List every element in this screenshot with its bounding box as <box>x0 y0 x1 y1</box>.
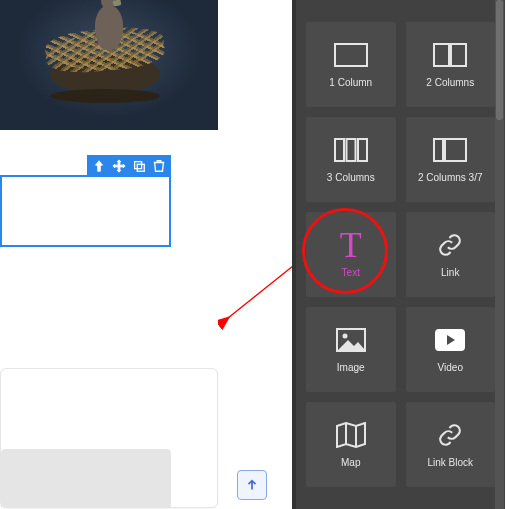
svg-rect-4 <box>434 44 449 66</box>
column-1-icon <box>334 41 368 69</box>
svg-rect-0 <box>135 162 142 169</box>
selected-component[interactable] <box>0 175 171 247</box>
duplicate-icon[interactable] <box>130 157 148 175</box>
svg-rect-3 <box>335 44 367 66</box>
panel-scrollbar[interactable] <box>495 0 504 509</box>
column-2-icon <box>433 41 467 69</box>
editor-canvas <box>0 0 292 509</box>
hero-image[interactable] <box>0 0 218 130</box>
block-text[interactable]: T Text <box>306 212 396 297</box>
image-icon <box>334 326 368 354</box>
block-3-columns[interactable]: 3 Columns <box>306 117 396 202</box>
block-label: Link Block <box>427 457 473 468</box>
block-label: Text <box>342 267 360 278</box>
block-2-columns-3-7[interactable]: 2 Columns 3/7 <box>406 117 496 202</box>
block-1-column[interactable]: 1 Column <box>306 22 396 107</box>
video-icon <box>433 326 467 354</box>
svg-rect-6 <box>335 139 344 161</box>
scroll-top-button[interactable] <box>237 470 267 500</box>
move-icon[interactable] <box>110 157 128 175</box>
svg-rect-9 <box>434 139 443 161</box>
block-link[interactable]: Link <box>406 212 496 297</box>
svg-rect-8 <box>358 139 367 161</box>
block-image[interactable]: Image <box>306 307 396 392</box>
block-video[interactable]: Video <box>406 307 496 392</box>
link-block-icon <box>433 421 467 449</box>
block-label: 1 Column <box>329 77 372 88</box>
block-link-block[interactable]: Link Block <box>406 402 496 487</box>
svg-point-12 <box>342 334 347 339</box>
content-card[interactable] <box>0 368 218 508</box>
component-toolbar <box>87 155 171 177</box>
text-icon: T <box>334 231 368 259</box>
block-label: Image <box>337 362 365 373</box>
delete-icon[interactable] <box>150 157 168 175</box>
block-map[interactable]: Map <box>306 402 396 487</box>
block-2-columns[interactable]: 2 Columns <box>406 22 496 107</box>
column-2-37-icon <box>433 136 467 164</box>
card-placeholder <box>1 449 171 507</box>
map-icon <box>334 421 368 449</box>
svg-rect-1 <box>137 164 144 171</box>
blocks-panel: 1 Column 2 Columns 3 Columns 2 Columns 3… <box>292 0 505 509</box>
svg-rect-7 <box>346 139 355 161</box>
svg-rect-5 <box>451 44 466 66</box>
block-label: 2 Columns <box>426 77 474 88</box>
svg-rect-10 <box>445 139 466 161</box>
move-parent-icon[interactable] <box>90 157 108 175</box>
block-label: 3 Columns <box>327 172 375 183</box>
block-label: Link <box>441 267 459 278</box>
block-label: Video <box>438 362 463 373</box>
block-label: Map <box>341 457 360 468</box>
block-label: 2 Columns 3/7 <box>418 172 482 183</box>
link-icon <box>433 231 467 259</box>
column-3-icon <box>334 136 368 164</box>
